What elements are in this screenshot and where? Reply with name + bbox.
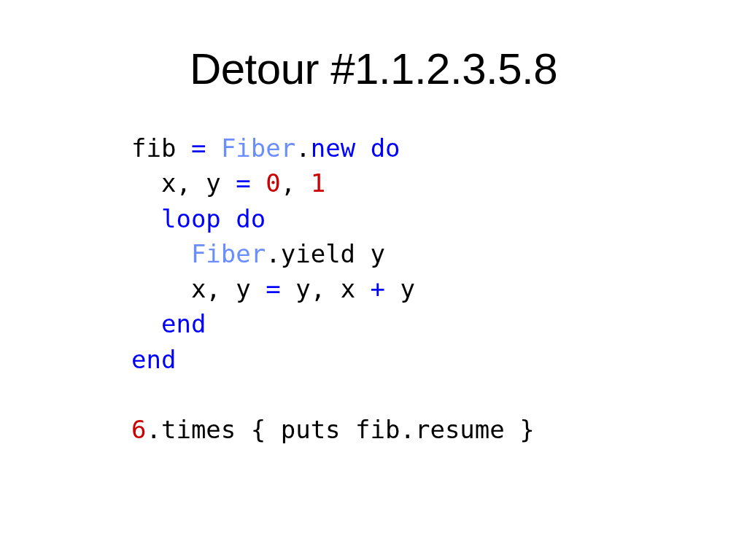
num-six: 6 <box>131 415 146 444</box>
op-plus: + <box>371 274 385 303</box>
const-fiber-2: Fiber <box>191 239 266 268</box>
kw-do-inner: do <box>236 204 266 233</box>
code-line-2: x, y = 0, 1 <box>131 168 325 198</box>
kw-new: new <box>311 133 355 163</box>
kw-end: end <box>131 345 176 374</box>
code-line-1: fib = Fiber.new do <box>131 133 400 163</box>
slide: Detour #1.1.2.3.5.8 fib = Fiber.new do x… <box>0 0 747 560</box>
const-fiber: Fiber <box>221 133 295 163</box>
kw-do: do <box>371 133 400 163</box>
num-zero: 0 <box>266 168 280 198</box>
code-block: fib = Fiber.new do x, y = 0, 1 loop do F… <box>0 131 747 447</box>
num-one: 1 <box>311 168 325 198</box>
op-eq: = <box>191 133 206 163</box>
code-line-4: Fiber.yield y <box>131 239 385 268</box>
kw-end-inner: end <box>161 309 206 338</box>
code-line-5: x, y = y, x + y <box>131 274 415 303</box>
code-line-9: 6.times { puts fib.resume } <box>131 415 535 444</box>
code-line-3: loop do <box>131 204 266 233</box>
kw-loop: loop <box>161 204 221 233</box>
ident-fib: fib <box>131 133 176 163</box>
code-line-7: end <box>131 345 176 374</box>
slide-title: Detour #1.1.2.3.5.8 <box>0 44 747 94</box>
code-line-6: end <box>131 309 206 338</box>
